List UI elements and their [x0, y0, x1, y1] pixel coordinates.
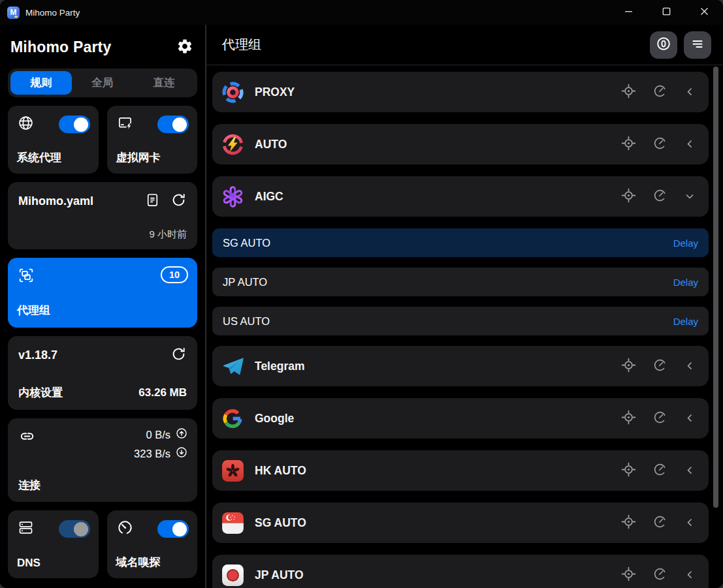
window-title: Mihomo Party — [25, 8, 80, 18]
minimize-icon — [624, 7, 633, 18]
proxy-option-jp-auto[interactable]: JP AUTO Delay — [212, 268, 709, 296]
main-header: 代理组 — [206, 25, 723, 65]
tab-rule[interactable]: 规则 — [10, 71, 72, 95]
chevron-down-icon[interactable] — [683, 190, 696, 203]
singapore-flag-icon — [221, 511, 245, 535]
delay-test-button[interactable] — [652, 358, 667, 375]
gauge-icon — [652, 136, 667, 153]
locate-proxy-button[interactable] — [620, 461, 637, 480]
delay-test-button[interactable] — [652, 410, 667, 427]
proxy-group-count-badge: 10 — [161, 266, 188, 283]
chevron-left-icon[interactable] — [683, 464, 696, 477]
minimize-button[interactable] — [609, 0, 647, 25]
refresh-icon — [170, 192, 187, 210]
sidebar-item-proxy-groups[interactable]: 10 代理组 — [8, 258, 197, 328]
settings-button[interactable] — [176, 38, 193, 57]
update-profile-button[interactable] — [170, 192, 187, 210]
chevron-left-icon[interactable] — [683, 138, 696, 151]
delay-test-button[interactable] — [652, 514, 667, 531]
delay-value[interactable]: Delay — [673, 316, 698, 327]
upload-arrow-icon — [176, 427, 187, 442]
core-version: v1.18.7 — [18, 348, 57, 362]
gauge-icon — [652, 358, 667, 375]
circle-zero-icon — [656, 36, 671, 54]
gauge-icon — [652, 462, 667, 479]
group-row-telegram[interactable]: Telegram — [212, 346, 709, 386]
proxy-name: SG AUTO — [223, 237, 270, 249]
group-row-sg-auto[interactable]: SG AUTO — [212, 503, 709, 543]
gauge-icon — [652, 566, 667, 583]
sniffing-card[interactable]: 域名嗅探 — [107, 510, 198, 578]
download-arrow-icon — [176, 446, 187, 461]
locate-proxy-button[interactable] — [620, 566, 637, 584]
delay-test-button[interactable] — [652, 136, 667, 153]
sidebar: Mihomo Party 规则 全局 直连 系统代理 — [0, 25, 206, 588]
proxy-option-sg-auto[interactable]: SG AUTO Delay — [212, 228, 709, 257]
chevron-left-icon[interactable] — [683, 568, 696, 581]
telegram-logo-icon — [221, 354, 245, 379]
scrollbar[interactable] — [713, 67, 718, 508]
chevron-left-icon[interactable] — [683, 85, 696, 99]
group-row-jp-auto[interactable]: JP AUTO — [212, 555, 709, 588]
system-proxy-label: 系统代理 — [17, 150, 90, 165]
upload-speed: 0 B/s — [146, 429, 170, 441]
locate-proxy-button[interactable] — [620, 135, 637, 153]
tab-direct[interactable]: 直连 — [133, 71, 195, 95]
japan-flag-icon — [221, 563, 245, 587]
system-proxy-toggle[interactable] — [59, 116, 90, 133]
app-title: Mihomo Party — [10, 39, 111, 56]
locate-proxy-button[interactable] — [620, 514, 637, 532]
group-row-hk-auto[interactable]: HK AUTO — [212, 450, 709, 491]
locate-proxy-button[interactable] — [620, 187, 637, 206]
group-row-auto[interactable]: AUTO — [212, 124, 709, 164]
app-logo-icon: M — [7, 7, 20, 19]
refresh-icon — [170, 346, 187, 364]
core-settings-label: 内核设置 — [18, 385, 63, 400]
delay-value[interactable]: Delay — [673, 238, 698, 249]
system-proxy-card[interactable]: 系统代理 — [8, 106, 99, 174]
locate-proxy-button[interactable] — [620, 357, 637, 375]
delay-test-button[interactable] — [652, 566, 667, 583]
sort-button[interactable] — [684, 31, 711, 59]
close-button[interactable] — [685, 0, 723, 25]
link-icon — [18, 427, 36, 448]
gear-icon — [176, 38, 193, 57]
openai-knot-logo-icon — [221, 185, 245, 209]
chevron-left-icon[interactable] — [683, 360, 696, 373]
group-row-google[interactable]: Google — [212, 398, 709, 439]
locate-icon — [620, 83, 637, 101]
globe-icon — [17, 114, 35, 134]
delay-test-button[interactable] — [652, 188, 667, 205]
core-settings-card[interactable]: v1.18.7 内核设置 63.26 MB — [8, 336, 197, 410]
chevron-left-icon[interactable] — [683, 412, 696, 425]
delay-value[interactable]: Delay — [673, 277, 698, 288]
virtual-nic-toggle[interactable] — [157, 116, 189, 133]
locate-proxy-button[interactable] — [620, 83, 637, 101]
locate-icon — [620, 135, 637, 153]
connections-card[interactable]: 0 B/s 323 B/s 连接 — [8, 418, 197, 502]
locate-icon — [620, 409, 637, 427]
group-row-aigc[interactable]: AIGC — [212, 176, 709, 217]
sniffing-toggle[interactable] — [157, 520, 189, 538]
group-row-proxy[interactable]: PROXY — [212, 72, 709, 112]
locate-proxy-button[interactable] — [620, 409, 637, 427]
chevron-left-icon[interactable] — [683, 516, 696, 529]
restart-core-button[interactable] — [170, 346, 187, 364]
delay-test-button[interactable] — [652, 84, 667, 101]
gauge-icon — [652, 84, 667, 101]
tab-global[interactable]: 全局 — [72, 71, 133, 95]
proxy-shutter-logo-icon — [221, 80, 245, 104]
virtual-nic-card[interactable]: 虚拟网卡 — [107, 106, 198, 174]
group-name: Google — [255, 412, 620, 426]
dns-card[interactable]: DNS — [8, 510, 99, 578]
group-name: AIGC — [255, 190, 620, 204]
edit-profile-button[interactable] — [144, 192, 161, 210]
connections-label: 连接 — [18, 478, 187, 493]
maximize-button[interactable] — [647, 0, 685, 25]
delay-display-button[interactable] — [650, 31, 677, 59]
profile-card[interactable]: Mihomo.yaml 9 小时前 — [8, 182, 197, 249]
page-title: 代理组 — [222, 36, 261, 54]
dns-toggle[interactable] — [59, 520, 90, 538]
proxy-option-us-auto[interactable]: US AUTO Delay — [212, 307, 709, 335]
delay-test-button[interactable] — [652, 462, 667, 479]
